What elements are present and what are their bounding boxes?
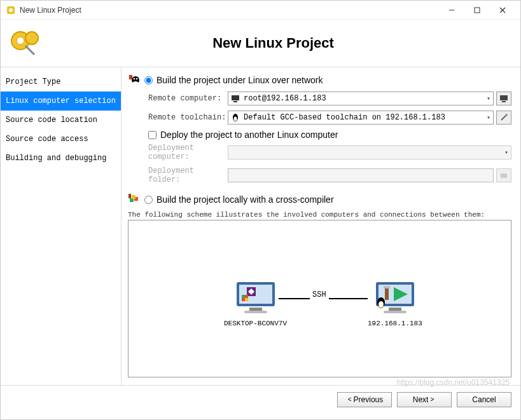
wizard-header: New Linux Project bbox=[1, 20, 520, 67]
svg-point-11 bbox=[132, 81, 139, 85]
minimize-button[interactable] bbox=[439, 1, 464, 19]
close-button[interactable] bbox=[490, 1, 515, 19]
svg-rect-14 bbox=[129, 75, 132, 79]
svg-rect-39 bbox=[384, 311, 406, 313]
svg-rect-15 bbox=[232, 95, 239, 100]
watermark: https://blog.csdn.net/u013541325 bbox=[397, 378, 510, 387]
linux-network-icon bbox=[128, 74, 141, 86]
wizard-logo-icon bbox=[8, 27, 43, 62]
page-title: New Linux Project bbox=[212, 35, 334, 51]
chevron-left-icon: < bbox=[348, 396, 352, 403]
cancel-button[interactable]: Cancel bbox=[457, 392, 511, 407]
svg-line-9 bbox=[25, 46, 34, 55]
folder-icon bbox=[500, 172, 508, 179]
remote-toolchain-label: Remote toolchain: bbox=[148, 113, 228, 122]
local-computer-label: DESKTOP-BCONV7V bbox=[224, 320, 287, 327]
svg-rect-38 bbox=[389, 308, 401, 311]
remote-computer-label: Remote computer: bbox=[148, 94, 228, 103]
svg-point-22 bbox=[505, 114, 508, 116]
wizard-footer: <Previous Next> Cancel bbox=[1, 385, 520, 413]
deployment-folder-browse-button bbox=[496, 168, 511, 182]
build-over-network-label: Build the project under Linux over netwo… bbox=[156, 75, 323, 85]
sidebar-item-building-and-debugging[interactable]: Building and debugging bbox=[1, 149, 121, 168]
deployment-folder-input bbox=[228, 168, 494, 182]
svg-rect-30 bbox=[249, 308, 262, 311]
remote-computer-select[interactable]: root@192.168.1.183 ▾ bbox=[228, 91, 494, 105]
svg-point-13 bbox=[136, 78, 138, 80]
scheme-caption: The following scheme illustrates the inv… bbox=[128, 211, 511, 219]
svg-rect-3 bbox=[475, 8, 480, 13]
remote-toolchain-edit-button[interactable] bbox=[496, 111, 511, 125]
chevron-right-icon: > bbox=[430, 396, 434, 403]
wand-icon bbox=[499, 113, 508, 122]
svg-rect-17 bbox=[500, 95, 508, 100]
svg-point-8 bbox=[25, 32, 38, 44]
remote-computer-node-label: 192.168.1.183 bbox=[368, 320, 422, 327]
remote-toolchain-value: Default GCC-based toolchain on 192.168.1… bbox=[244, 113, 445, 122]
deployment-computer-label: Deployment computer: bbox=[148, 144, 228, 161]
cross-compiler-icon bbox=[128, 193, 141, 206]
svg-point-12 bbox=[134, 78, 135, 80]
sidebar-item-source-code-location[interactable]: Source code location bbox=[1, 111, 121, 130]
local-computer-node: DESKTOP-BCONV7V bbox=[224, 281, 287, 327]
remote-computer-browse-button[interactable] bbox=[496, 91, 511, 105]
remote-toolchain-select[interactable]: Default GCC-based toolchain on 192.168.1… bbox=[228, 111, 494, 125]
window-title: New Linux Project bbox=[20, 6, 439, 15]
sidebar-item-source-code-access[interactable]: Source code access bbox=[1, 130, 121, 149]
svg-rect-41 bbox=[384, 286, 390, 288]
next-button[interactable]: Next> bbox=[397, 392, 452, 407]
maximize-button[interactable] bbox=[464, 1, 490, 19]
remote-computer-node: 192.168.1.183 bbox=[368, 281, 422, 327]
sidebar-item-linux-computer-selection[interactable]: Linux computer selection bbox=[1, 91, 121, 111]
chevron-down-icon: ▾ bbox=[487, 114, 490, 121]
deploy-checkbox[interactable] bbox=[148, 131, 156, 139]
build-locally-radio[interactable] bbox=[144, 196, 153, 204]
previous-button[interactable]: <Previous bbox=[337, 392, 392, 407]
monitor-icon bbox=[499, 94, 508, 103]
svg-rect-31 bbox=[244, 311, 267, 313]
remote-computer-value: root@192.168.1.183 bbox=[244, 94, 326, 103]
svg-point-20 bbox=[234, 117, 237, 121]
app-icon bbox=[6, 5, 16, 15]
svg-rect-16 bbox=[233, 101, 237, 102]
svg-point-1 bbox=[9, 8, 13, 12]
svg-rect-23 bbox=[501, 173, 507, 178]
wizard-content: Build the project under Linux over netwo… bbox=[122, 67, 520, 385]
titlebar: New Linux Project bbox=[1, 1, 520, 20]
wizard-steps-sidebar: Project Type Linux computer selection So… bbox=[1, 67, 122, 385]
build-over-network-radio[interactable] bbox=[144, 76, 153, 85]
svg-rect-34 bbox=[242, 295, 245, 298]
chevron-down-icon: ▾ bbox=[504, 149, 508, 156]
deployment-computer-select: ▾ bbox=[228, 146, 511, 159]
svg-rect-40 bbox=[385, 287, 389, 300]
svg-point-7 bbox=[17, 37, 24, 44]
build-locally-label: Build the project locally with a cross-c… bbox=[156, 194, 334, 205]
penguin-icon bbox=[231, 113, 240, 122]
sidebar-item-project-type[interactable]: Project Type bbox=[1, 72, 121, 91]
svg-rect-35 bbox=[245, 298, 248, 301]
svg-rect-18 bbox=[502, 101, 506, 102]
computer-icon bbox=[231, 94, 240, 103]
svg-point-43 bbox=[379, 301, 384, 308]
connection-label: SSH bbox=[310, 290, 329, 299]
chevron-down-icon: ▾ bbox=[487, 95, 490, 102]
connection-diagram: DESKTOP-BCONV7V SSH 192.168.1.183 bbox=[128, 220, 511, 377]
deploy-checkbox-label: Deploy the project to another Linux comp… bbox=[160, 130, 338, 140]
deployment-folder-label: Deployment folder: bbox=[148, 166, 228, 184]
svg-rect-26 bbox=[132, 195, 135, 199]
svg-rect-27 bbox=[129, 194, 131, 198]
